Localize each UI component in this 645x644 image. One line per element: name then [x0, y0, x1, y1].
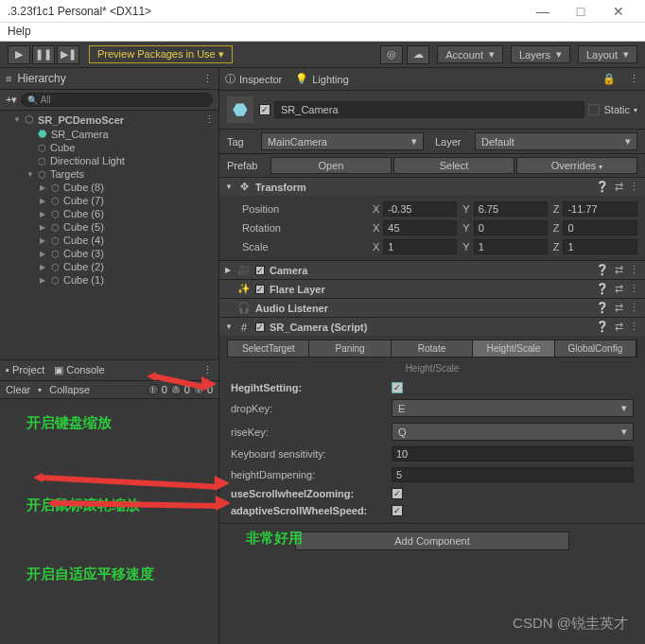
gameobject-icon: ⬣ [227, 96, 253, 123]
window-title: .3.23f1c1 Personal* <DX11> [8, 5, 524, 18]
prefab-select-button[interactable]: Select [393, 157, 514, 174]
transform-icon: ✥ [237, 181, 251, 193]
adaptive-checkbox[interactable]: ✓ [392, 505, 403, 516]
audio-icon: 🎧 [237, 302, 251, 314]
inspector-menu-icon[interactable]: ⋮ [629, 73, 639, 85]
pos-z-input[interactable]: -11.77 [563, 201, 637, 217]
lighting-tab[interactable]: 💡Lighting [295, 73, 349, 85]
annotation: 非常好用 [246, 530, 303, 548]
tree-item[interactable]: ▼⬡Targets [0, 167, 218, 181]
tab-paning[interactable]: Paning [309, 340, 391, 357]
sub-label: Height/Scale [219, 361, 645, 375]
hierarchy-tab[interactable]: ≡ Hierarchy ⋮ [0, 68, 218, 90]
rot-y-input[interactable]: 0 [474, 220, 548, 235]
scl-x-input[interactable]: 1 [383, 239, 457, 254]
camera-header[interactable]: ▶🎥✓Camera❔⇄⋮ [219, 261, 645, 279]
main-toolbar: ▶ ❚❚ ▶❚ Preview Packages in Use ▾ ◎ ☁ Ac… [0, 42, 645, 68]
scene-row[interactable]: ▼⬡SR_PCDemoScer⋮ [0, 113, 218, 127]
tree-item[interactable]: ▶⬡Cube (2) [0, 260, 218, 273]
play-button[interactable]: ▶ [8, 45, 30, 64]
menu-bar[interactable]: Help [0, 23, 645, 42]
panel-menu-icon[interactable]: ⋮ [202, 364, 213, 376]
cloud-icon[interactable]: ☁ [407, 45, 429, 64]
tree-item[interactable]: ▶⬡Cube (5) [0, 220, 218, 234]
warn-flag-icon[interactable]: ⚠ [170, 384, 182, 395]
console-body: 开启键盘缩放 开启鼠标滚轮缩放 开启自适应平移速度 [0, 399, 218, 644]
heightdampening-input[interactable]: 5 [392, 467, 634, 482]
annotation: 开启自适应平移速度 [26, 566, 154, 583]
audio-header[interactable]: 🎧Audio Listener❔⇄⋮ [219, 299, 645, 317]
layers-dropdown[interactable]: Layers▾ [511, 45, 570, 63]
pause-button[interactable]: ❚❚ [32, 45, 55, 64]
watermark: CSDN @锐圭英才 [513, 615, 628, 633]
component-menu-icon[interactable]: ⋮ [629, 181, 639, 193]
script-header[interactable]: ▼#✓SR_Camera (Script)❔⇄⋮ [219, 318, 645, 336]
hierarchy-tree: ▼⬡SR_PCDemoScer⋮ ⬣SR_Camera ⬡Cube ⬡Direc… [0, 111, 218, 359]
light-icon: 💡 [295, 73, 308, 85]
layer-dropdown[interactable]: Default▾ [475, 132, 637, 150]
tab-selecttarget[interactable]: SelectTarget [228, 340, 309, 357]
flare-icon: ✨ [237, 283, 251, 295]
menu-help[interactable]: Help [8, 25, 31, 38]
tab-rotate[interactable]: Rotate [392, 340, 473, 357]
tab-globalconfig[interactable]: GlobalConfig [555, 340, 636, 357]
inspector-tab[interactable]: ⓘInspector [225, 72, 282, 86]
window-titlebar: .3.23f1c1 Personal* <DX11> — □ ✕ [0, 0, 645, 23]
tree-item[interactable]: ⬣SR_Camera [0, 127, 218, 141]
add-component-button[interactable]: Add Component [295, 531, 569, 550]
rot-x-input[interactable]: 45 [383, 220, 457, 235]
risekey-dropdown[interactable]: Q▾ [392, 423, 634, 441]
account-dropdown[interactable]: Account▾ [437, 45, 503, 63]
transform-header[interactable]: ▼✥ Transform ❔⇄⋮ [219, 178, 645, 196]
flare-header[interactable]: ✨✓Flare Layer❔⇄⋮ [219, 280, 645, 298]
collapse-button[interactable]: Collapse [49, 384, 90, 395]
collab-icon[interactable]: ◎ [380, 45, 403, 64]
clear-button[interactable]: Clear [6, 384, 30, 395]
tree-item[interactable]: ▶⬡Cube (8) [0, 181, 218, 194]
tab-heightscale[interactable]: Height/Scale [473, 340, 554, 357]
preset-icon[interactable]: ⇄ [615, 181, 623, 193]
dropkey-dropdown[interactable]: E▾ [392, 399, 634, 417]
rot-z-input[interactable]: 0 [563, 220, 637, 235]
hierarchy-icon: ≡ [6, 73, 11, 84]
static-checkbox[interactable] [588, 104, 600, 115]
project-tab[interactable]: ▪ Project [6, 364, 44, 376]
tree-item[interactable]: ▶⬡Cube (4) [0, 234, 218, 247]
tree-item[interactable]: ▶⬡Cube (3) [0, 247, 218, 260]
pos-y-input[interactable]: 6.75 [474, 201, 548, 217]
heightsetting-checkbox[interactable]: ✓ [392, 382, 403, 393]
scl-z-input[interactable]: 1 [563, 239, 637, 254]
tree-item[interactable]: ▶⬡Cube (1) [0, 273, 218, 287]
pos-x-input[interactable]: -0.35 [383, 201, 457, 217]
prefab-open-button[interactable]: Open [270, 157, 392, 174]
script-tabs: SelectTarget Paning Rotate Height/Scale … [227, 339, 637, 357]
console-tab[interactable]: ▣ Console [54, 364, 104, 376]
create-button[interactable]: +▾ [6, 94, 17, 106]
object-name-input[interactable]: SR_Camera [274, 101, 584, 118]
close-button[interactable]: ✕ [600, 4, 637, 19]
lock-icon[interactable]: 🔒 [602, 73, 616, 85]
scrollzoom-checkbox[interactable]: ✓ [392, 488, 403, 499]
annotation: 开启键盘缩放 [26, 414, 112, 432]
keyboard-sensitivity-input[interactable]: 10 [392, 446, 634, 461]
step-button[interactable]: ▶❚ [57, 45, 79, 64]
active-checkbox[interactable]: ✓ [259, 104, 270, 115]
preview-packages-button[interactable]: Preview Packages in Use ▾ [89, 45, 233, 63]
script-icon: # [237, 322, 251, 333]
tag-dropdown[interactable]: MainCamera▾ [261, 132, 424, 150]
scl-y-input[interactable]: 1 [474, 239, 548, 254]
layout-dropdown[interactable]: Layout▾ [578, 45, 637, 63]
minimize-button[interactable]: — [524, 4, 562, 19]
tree-item[interactable]: ⬡Cube [0, 141, 218, 154]
info-icon: ⓘ [225, 72, 235, 86]
tree-item[interactable]: ▶⬡Cube (7) [0, 194, 218, 207]
hierarchy-menu-icon[interactable]: ⋮ [202, 73, 213, 85]
error-flag-icon[interactable]: ! [148, 384, 159, 395]
prefab-overrides-button[interactable]: Overrides ▾ [516, 157, 637, 174]
maximize-button[interactable]: □ [562, 4, 600, 19]
hierarchy-search-input[interactable]: 🔍 All [21, 93, 213, 107]
tree-item[interactable]: ⬡Directional Light [0, 154, 218, 167]
help-icon[interactable]: ❔ [596, 181, 609, 193]
tree-item[interactable]: ▶⬡Cube (6) [0, 207, 218, 220]
camera-icon: 🎥 [237, 264, 251, 276]
